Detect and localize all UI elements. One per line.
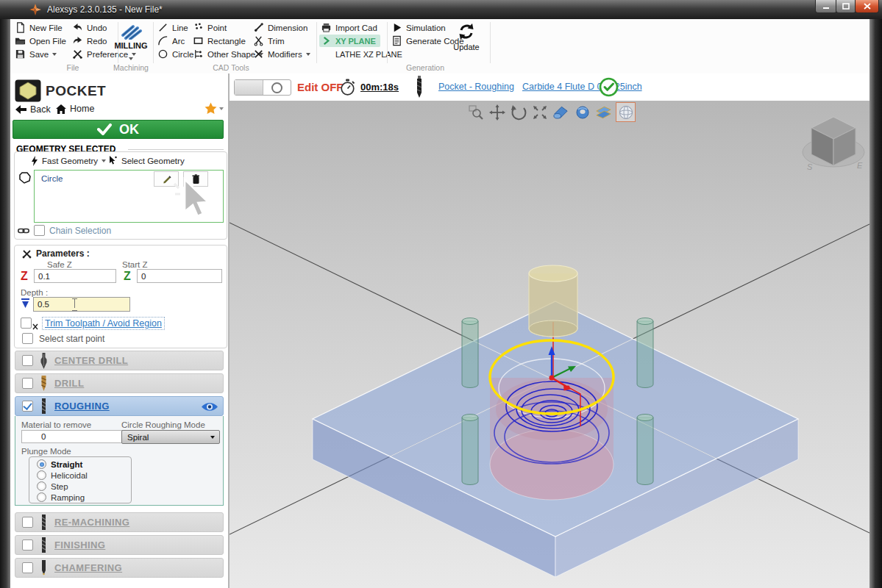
material-to-remove-input[interactable] <box>21 430 132 443</box>
edit-toggle[interactable] <box>234 79 291 96</box>
torus-icon <box>574 104 591 121</box>
operation-roughing[interactable]: ROUGHING <box>15 396 224 416</box>
fast-geometry-button[interactable]: Fast Geometry <box>31 156 106 166</box>
operation-drill[interactable]: DRILL <box>15 373 224 393</box>
divider <box>128 149 224 150</box>
open-file-button[interactable]: Open File <box>15 35 66 47</box>
maximize-button[interactable] <box>836 0 856 13</box>
radio-straight[interactable] <box>37 459 46 469</box>
chain-selection-checkbox[interactable] <box>34 225 45 236</box>
pan-button[interactable] <box>488 103 506 121</box>
shape-icon <box>18 171 32 184</box>
redo-button[interactable]: Redo <box>72 35 107 47</box>
safe-z-input[interactable] <box>34 269 116 283</box>
radio-helicoidal[interactable] <box>37 470 46 480</box>
hole-cylinder-bottom-right <box>637 415 653 485</box>
plunge-option-helicoidal[interactable]: Helicoidal <box>37 470 88 480</box>
drill-checkbox[interactable] <box>22 378 33 389</box>
plunge-option-step[interactable]: Step <box>37 481 68 491</box>
operation-finishing[interactable]: FINISHING <box>15 535 224 555</box>
favorite-button[interactable] <box>205 102 224 115</box>
tool-link[interactable]: Carbide 4 Flute D 0.8125inch <box>522 82 642 92</box>
circle-tool[interactable]: Circle <box>157 48 193 60</box>
trim-toolpath-row: Trim Toolpath / Avoid Region <box>21 316 164 330</box>
tool-preview-icon <box>415 76 424 98</box>
maximize-icon <box>842 3 850 10</box>
circle-roughing-mode-select[interactable]: Spiral <box>121 430 220 444</box>
operation-center-drill[interactable]: CENTER DRILL <box>15 351 224 370</box>
milling-button[interactable]: MILLING <box>113 21 149 63</box>
new-file-button[interactable]: New File <box>15 21 63 34</box>
lathe-xz-plane-button[interactable]: LATHE XZ PLANE <box>335 48 402 60</box>
save-button[interactable]: Save <box>15 48 57 60</box>
depth-input[interactable] <box>33 297 130 312</box>
point-icon <box>193 22 204 33</box>
operation-link[interactable]: Pocket - Roughing <box>438 82 514 92</box>
chamfering-checkbox[interactable] <box>22 562 33 573</box>
select-start-point-checkbox[interactable] <box>22 333 33 344</box>
operation-chamfering[interactable]: CHAMFERING <box>15 558 224 578</box>
back-button[interactable]: Back <box>15 104 51 115</box>
trim-tool[interactable]: Trim <box>253 35 285 47</box>
start-z-input[interactable] <box>137 269 222 283</box>
radio-ramping[interactable] <box>37 492 46 502</box>
ok-button[interactable]: OK <box>13 120 224 139</box>
home-button[interactable]: Home <box>56 104 94 114</box>
select-cursor-icon <box>109 156 118 165</box>
finishing-checkbox[interactable] <box>22 539 33 551</box>
plunge-option-ramping[interactable]: Ramping <box>37 492 85 502</box>
undo-icon <box>72 22 83 33</box>
parameters-box: Parameters : Safe Z Start Z Z Z Depth : … <box>14 245 227 348</box>
select-caret <box>210 436 215 439</box>
trim-toolpath-checkbox[interactable] <box>21 318 32 329</box>
toggle-knob-half <box>263 80 291 95</box>
modifiers-caret <box>306 53 310 56</box>
safe-z-icon: Z <box>21 270 28 283</box>
arc-tool[interactable]: Arc <box>157 35 185 47</box>
safe-z-label: Safe Z <box>47 260 72 269</box>
update-button[interactable]: Update <box>447 21 486 51</box>
modifiers-tool[interactable]: Modifiers <box>253 48 310 60</box>
geometry-list[interactable]: Circle <box>34 170 224 223</box>
dimension-tool[interactable]: Dimension <box>253 21 307 34</box>
select-geometry-button[interactable]: Select Geometry <box>109 156 185 165</box>
geometry-list-item[interactable]: Circle <box>41 174 63 183</box>
window-frame-left <box>0 19 10 588</box>
modifiers-icon <box>253 49 264 60</box>
trim-x-icon <box>32 323 38 330</box>
pencil-icon <box>162 174 171 184</box>
re-machining-icon <box>40 514 48 531</box>
trim-toolpath-link[interactable]: Trim Toolpath / Avoid Region <box>43 318 164 329</box>
lightning-icon <box>31 156 38 166</box>
show-sphere-button[interactable] <box>616 102 636 122</box>
show-planes-button[interactable] <box>594 103 613 121</box>
plunge-option-straight[interactable]: Straight <box>37 459 82 469</box>
roughing-checkbox[interactable] <box>22 401 33 412</box>
operation-re-machining[interactable]: RE-MACHINING <box>15 512 224 532</box>
rotate-view-button[interactable] <box>509 103 527 121</box>
point-tool[interactable]: Point <box>193 21 227 34</box>
rectangle-tool[interactable]: Rectangle <box>193 35 246 47</box>
show-torus-button[interactable] <box>573 103 591 121</box>
minimize-button[interactable] <box>815 0 837 13</box>
line-tool[interactable]: Line <box>157 21 188 34</box>
xy-plane-button[interactable]: XY PLANE <box>319 35 380 47</box>
operation-status-bar: Edit OFF 00m:18s Pocket - Roughing Carbi… <box>230 74 869 101</box>
ribbon-separator <box>153 22 154 63</box>
zoom-window-icon <box>467 104 485 121</box>
radio-step[interactable] <box>37 481 46 491</box>
simulation-button[interactable]: Simulation <box>391 21 446 34</box>
visibility-eye-icon[interactable] <box>201 401 218 412</box>
zoom-window-button[interactable] <box>466 103 485 121</box>
show-stock-button[interactable] <box>552 103 570 121</box>
close-button[interactable] <box>855 0 879 13</box>
undo-button[interactable]: Undo <box>72 21 107 34</box>
viewport-3d[interactable]: S E <box>230 101 869 588</box>
parameters-heading-row: Parameters : <box>22 248 94 259</box>
view-cube[interactable]: S E <box>800 110 867 176</box>
re-machining-checkbox[interactable] <box>22 517 33 528</box>
center-drill-checkbox[interactable] <box>22 355 33 366</box>
pocket-icon <box>15 79 41 102</box>
import-cad-button[interactable]: Import Cad <box>321 21 377 34</box>
zoom-fit-button[interactable] <box>530 103 549 121</box>
